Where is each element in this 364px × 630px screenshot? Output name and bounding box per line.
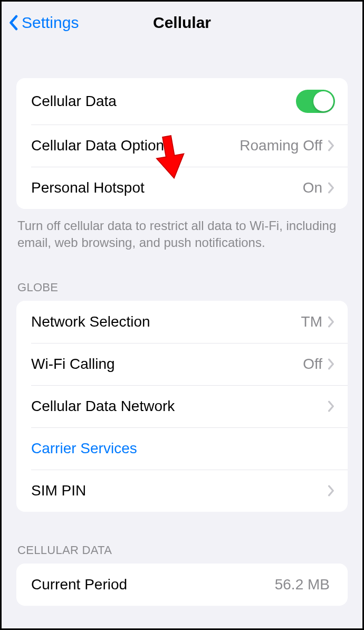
list-cellular-data: Current Period 56.2 MB: [16, 564, 348, 606]
row-label: Network Selection: [31, 313, 301, 330]
row-carrier-services[interactable]: Carrier Services: [16, 427, 348, 470]
chevron-right-icon: [328, 485, 335, 497]
row-cellular-data[interactable]: Cellular Data: [16, 78, 348, 125]
section-globe: GLOBE Network Selection TM Wi-Fi Calling…: [2, 281, 362, 512]
row-network-selection[interactable]: Network Selection TM: [16, 301, 348, 343]
toggle-knob: [313, 91, 333, 111]
section-header: CELLULAR DATA: [2, 543, 362, 564]
chevron-right-icon: [328, 182, 335, 194]
row-label: Personal Hotspot: [31, 179, 303, 196]
chevron-right-icon: [328, 316, 335, 328]
section-cellular-main: Cellular Data Cellular Data Options Roam…: [2, 78, 362, 252]
row-value: 56.2 MB: [275, 576, 330, 593]
row-label: SIM PIN: [31, 482, 328, 499]
row-sim-pin[interactable]: SIM PIN: [16, 470, 348, 512]
row-value: Off: [303, 356, 322, 373]
list-cellular-main: Cellular Data Cellular Data Options Roam…: [16, 78, 348, 209]
row-label: Wi-Fi Calling: [31, 356, 303, 373]
row-value: Roaming Off: [240, 137, 322, 154]
section-footer-text: Turn off cellular data to restrict all d…: [2, 209, 362, 252]
row-label: Cellular Data: [31, 93, 296, 110]
section-cellular-data: CELLULAR DATA Current Period 56.2 MB: [2, 543, 362, 606]
back-label: Settings: [22, 14, 79, 32]
row-value: TM: [301, 313, 322, 330]
navigation-bar: Settings Cellular: [2, 2, 362, 44]
cellular-data-toggle[interactable]: [296, 90, 335, 113]
row-cellular-data-options[interactable]: Cellular Data Options Roaming Off: [16, 125, 348, 167]
page-title: Cellular: [153, 14, 211, 32]
section-header: GLOBE: [2, 281, 362, 301]
row-label: Carrier Services: [31, 440, 335, 457]
row-label: Cellular Data Options: [31, 137, 240, 154]
row-current-period[interactable]: Current Period 56.2 MB: [16, 564, 348, 606]
chevron-right-icon: [328, 400, 335, 412]
row-label: Cellular Data Network: [31, 398, 328, 415]
list-globe: Network Selection TM Wi-Fi Calling Off C…: [16, 301, 348, 512]
row-cellular-data-network[interactable]: Cellular Data Network: [16, 385, 348, 427]
chevron-right-icon: [328, 140, 335, 151]
row-label: Current Period: [31, 576, 275, 593]
back-button[interactable]: Settings: [8, 14, 79, 32]
row-personal-hotspot[interactable]: Personal Hotspot On: [16, 167, 348, 209]
row-value: On: [303, 179, 322, 196]
chevron-left-icon: [8, 15, 18, 31]
row-wifi-calling[interactable]: Wi-Fi Calling Off: [16, 343, 348, 385]
chevron-right-icon: [328, 358, 335, 370]
